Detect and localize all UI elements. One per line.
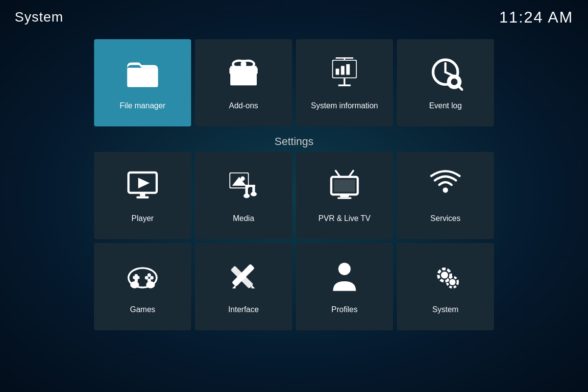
svg-rect-11 (346, 64, 350, 75)
tile-system-information-label: System information (311, 101, 378, 110)
settings-section-label: Settings (49, 135, 539, 148)
svg-point-49 (147, 273, 151, 277)
services-icon (428, 168, 463, 208)
svg-rect-9 (336, 69, 339, 75)
svg-point-53 (130, 281, 139, 288)
addons-icon (226, 55, 261, 96)
tile-system-information[interactable]: System information (296, 39, 393, 126)
tile-interface[interactable]: Interface (195, 243, 292, 330)
games-icon (125, 259, 160, 299)
svg-point-54 (146, 281, 155, 288)
tile-games[interactable]: Games (94, 243, 191, 330)
svg-point-51 (145, 276, 148, 279)
settings-row-1: Player Media (94, 152, 494, 239)
tile-games-label: Games (130, 305, 155, 314)
svg-line-18 (445, 72, 452, 75)
top-bar: System 11:24 AM (0, 0, 588, 34)
tile-interface-label: Interface (228, 305, 259, 314)
profiles-icon (327, 259, 362, 299)
interface-icon (226, 259, 261, 299)
media-icon (226, 168, 261, 208)
svg-rect-10 (341, 66, 344, 75)
tile-services-label: Services (430, 214, 460, 223)
sysinfo-icon (327, 55, 362, 96)
svg-rect-40 (334, 179, 355, 192)
svg-line-23 (458, 85, 461, 89)
page-title: System (15, 9, 63, 25)
svg-point-35 (244, 194, 250, 198)
svg-point-60 (441, 271, 448, 278)
tile-profiles-label: Profiles (331, 305, 357, 314)
svg-rect-48 (133, 276, 140, 279)
tile-add-ons[interactable]: Add-ons (195, 39, 292, 126)
tile-pvr-label: PVR & Live TV (318, 214, 370, 223)
system-icon (428, 259, 463, 299)
svg-rect-26 (140, 193, 146, 196)
clock: 11:24 AM (499, 8, 573, 26)
tile-system[interactable]: System (397, 243, 494, 330)
pvr-icon (327, 168, 362, 208)
svg-rect-42 (338, 197, 352, 199)
svg-point-62 (449, 279, 456, 286)
tile-event-log[interactable]: Event log (397, 39, 494, 126)
svg-point-36 (250, 192, 257, 196)
svg-point-52 (150, 276, 153, 279)
tile-file-manager[interactable]: File manager (94, 39, 191, 126)
svg-point-59 (338, 263, 350, 275)
tile-add-ons-label: Add-ons (229, 101, 258, 110)
svg-rect-41 (340, 195, 349, 197)
tile-player-label: Player (131, 214, 153, 223)
top-row: File manager Add-ons (94, 39, 494, 126)
tile-player[interactable]: Player (94, 152, 191, 239)
svg-point-44 (443, 193, 448, 198)
settings-row-2: Games Interface (94, 243, 494, 330)
tile-profiles[interactable]: Profiles (296, 243, 393, 330)
tile-event-log-label: Event log (429, 101, 462, 110)
tile-media[interactable]: Media (195, 152, 292, 239)
svg-point-31 (241, 176, 245, 181)
eventlog-icon (428, 55, 463, 96)
tile-services[interactable]: Services (397, 152, 494, 239)
tile-pvr[interactable]: PVR & Live TV (296, 152, 393, 239)
svg-rect-0 (127, 68, 158, 87)
tile-media-label: Media (233, 214, 254, 223)
player-icon (125, 168, 160, 208)
tile-file-manager-label: File manager (120, 101, 165, 110)
folder-icon (125, 55, 160, 96)
svg-point-43 (443, 188, 448, 193)
main-content: File manager Add-ons (0, 34, 588, 392)
svg-marker-25 (138, 178, 149, 189)
svg-rect-27 (136, 196, 148, 199)
tile-system-label: System (432, 305, 458, 314)
svg-marker-58 (232, 285, 236, 288)
